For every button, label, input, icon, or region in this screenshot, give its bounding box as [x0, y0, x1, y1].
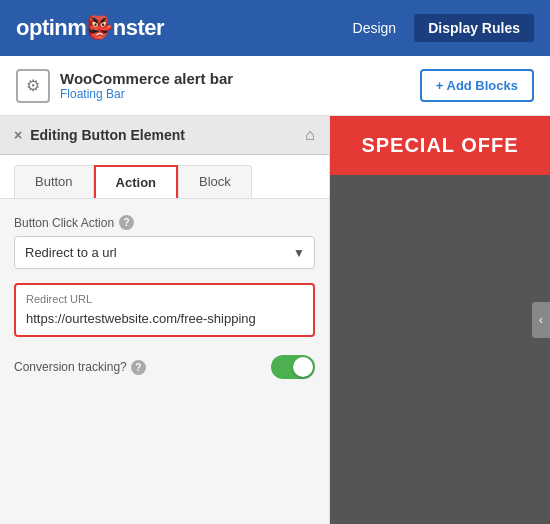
display-rules-tab[interactable]: Display Rules: [414, 14, 534, 42]
close-button[interactable]: ×: [14, 127, 22, 143]
gear-icon: ⚙: [16, 69, 50, 103]
redirect-url-label: Redirect URL: [26, 293, 303, 305]
logo: optinm👺nster: [16, 15, 164, 41]
tab-block[interactable]: Block: [178, 165, 252, 198]
panel-title: Editing Button Element: [30, 127, 297, 143]
campaign-info: ⚙ WooCommerce alert bar Floating Bar: [16, 69, 233, 103]
tab-action[interactable]: Action: [94, 165, 178, 198]
header-nav: Design Display Rules: [339, 14, 534, 42]
home-icon[interactable]: ⌂: [305, 126, 315, 144]
campaign-name: WooCommerce alert bar: [60, 70, 233, 87]
preview-special-offer: SPECIAL OFFE: [330, 116, 550, 175]
header: optinm👺nster Design Display Rules: [0, 0, 550, 56]
action-select-wrapper: Redirect to a url Open a popup Close the…: [14, 236, 315, 269]
conversion-tracking-label: Conversion tracking? ?: [14, 360, 146, 375]
left-panel-inner: × Editing Button Element ⌂ Button Action…: [0, 116, 329, 399]
design-tab[interactable]: Design: [339, 14, 411, 42]
help-icon[interactable]: ?: [119, 215, 134, 230]
chevron-handle[interactable]: ‹: [532, 302, 550, 338]
action-select[interactable]: Redirect to a url Open a popup Close the…: [14, 236, 315, 269]
conversion-tracking-row: Conversion tracking? ?: [14, 351, 315, 383]
conversion-help-icon[interactable]: ?: [131, 360, 146, 375]
add-blocks-button[interactable]: + Add Blocks: [420, 69, 534, 102]
left-panel: × Editing Button Element ⌂ Button Action…: [0, 116, 330, 524]
tabs: Button Action Block: [0, 155, 329, 199]
preview-content: [330, 175, 550, 375]
panel-content: Button Click Action ? Redirect to a url …: [0, 199, 329, 399]
redirect-url-box: Redirect URL: [14, 283, 315, 337]
redirect-url-input[interactable]: [26, 311, 303, 326]
toggle-thumb: [293, 357, 313, 377]
button-click-action-label: Button Click Action ?: [14, 215, 315, 230]
tab-button[interactable]: Button: [14, 165, 94, 198]
campaign-details: WooCommerce alert bar Floating Bar: [60, 70, 233, 101]
logo-monster: 👺: [86, 15, 113, 40]
panel-header: × Editing Button Element ⌂: [0, 116, 329, 155]
subheader: ⚙ WooCommerce alert bar Floating Bar + A…: [0, 56, 550, 116]
conversion-toggle[interactable]: [271, 355, 315, 379]
right-panel: SPECIAL OFFE ‹: [330, 116, 550, 524]
campaign-type: Floating Bar: [60, 87, 233, 101]
main-layout: × Editing Button Element ⌂ Button Action…: [0, 116, 550, 524]
